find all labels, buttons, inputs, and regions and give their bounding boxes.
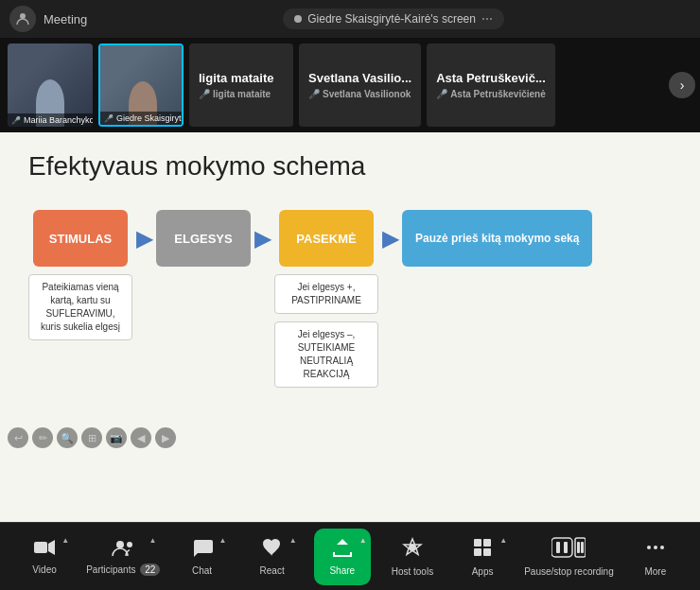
toolbar-pause-stop[interactable]: Pause/stop recording xyxy=(524,529,614,585)
svg-point-0 xyxy=(20,13,26,19)
pause-stop-label: Pause/stop recording xyxy=(524,566,614,577)
participant-mic-4: 🎤 Svetlana Vasilionok xyxy=(308,89,411,99)
apps-caret: ▲ xyxy=(499,536,507,545)
svg-point-18 xyxy=(660,546,664,549)
participant-name-5: Asta Petruškevič... xyxy=(436,71,546,85)
participants-icon xyxy=(112,539,134,561)
participants-strip: 🎤 Mariia Baranchykova 🎤 Giedre Skaisgiry… xyxy=(0,38,700,132)
toolbar-participants[interactable]: ▲ Participants 22 xyxy=(86,529,160,585)
svg-rect-10 xyxy=(551,538,572,557)
ctrl-zoom[interactable]: 🔍 xyxy=(57,427,78,448)
flow-section-elgesys: ELGESYS xyxy=(156,210,251,267)
svg-rect-12 xyxy=(564,542,568,553)
slide-title: Efektyvaus mokymo schema xyxy=(28,151,672,182)
screen-controls: ↩ ✏ 🔍 ⊞ 📷 ◀ ▶ xyxy=(8,427,176,448)
apps-label: Apps xyxy=(472,566,494,577)
meeting-icon xyxy=(9,6,36,32)
video-caret: ▲ xyxy=(61,536,69,545)
slide: Efektyvaus mokymo schema STIMULAS Pateik… xyxy=(0,132,700,522)
arrow-2: ▶ xyxy=(254,227,271,252)
share-caret: ▲ xyxy=(359,536,367,545)
options-icon[interactable]: ⋯ xyxy=(481,12,493,26)
react-icon xyxy=(262,538,283,562)
more-label: More xyxy=(644,566,666,577)
toolbar-more[interactable]: More xyxy=(627,529,684,585)
video-icon xyxy=(34,539,55,561)
flow-section-stimulas: STIMULAS Pateikiamas vieną kartą, kartu … xyxy=(28,210,132,340)
flow-box-elgesys: ELGESYS xyxy=(156,210,251,267)
participants-nav-right[interactable]: › xyxy=(669,72,695,98)
svg-rect-15 xyxy=(581,542,584,553)
ctrl-next[interactable]: ▶ xyxy=(155,427,176,448)
svg-point-17 xyxy=(654,546,657,549)
toolbar-share[interactable]: ▲ Share xyxy=(314,529,371,585)
video-label: Video xyxy=(32,564,56,575)
svg-marker-2 xyxy=(48,540,55,555)
participant-name-3: ligita mataite xyxy=(199,71,273,85)
participant-mic-5: 🎤 Asta Petruškevičienė xyxy=(436,89,546,99)
svg-point-5 xyxy=(409,544,416,551)
react-caret: ▲ xyxy=(289,536,297,545)
host-tools-label: Host tools xyxy=(392,566,433,577)
toolbar-video[interactable]: ▲ Video xyxy=(16,529,73,585)
flow-section-pauze: Pauzė prieš kitą mokymo seką xyxy=(402,210,592,267)
flow-box-stimulas: STIMULAS xyxy=(33,210,128,267)
shared-screen-content: Efektyvaus mokymo schema STIMULAS Pateik… xyxy=(0,132,700,522)
participant-mic-3: 🎤 ligita mataite xyxy=(199,89,271,99)
host-tools-icon xyxy=(402,537,423,563)
toolbar-host-tools[interactable]: Host tools xyxy=(384,529,441,585)
mic-icon-2: 🎤 xyxy=(104,114,114,123)
ctrl-edit[interactable]: ✏ xyxy=(32,427,53,448)
toolbar-chat[interactable]: ▲ Chat xyxy=(174,529,231,585)
ctrl-back[interactable]: ↩ xyxy=(8,427,28,448)
screen-share-badge: Giedre Skaisgirytė-Kairė's screen ⋯ xyxy=(283,9,504,29)
toolbar-react[interactable]: ▲ React xyxy=(244,529,301,585)
participant-card-5[interactable]: Asta Petruškevič... 🎤 Asta Petruškevičie… xyxy=(427,43,555,127)
svg-rect-1 xyxy=(34,542,47,553)
top-bar-left: Meeting xyxy=(9,6,87,32)
flow-note-pasekme-1: Jei elgesys +, PASTIPRINAME xyxy=(274,274,378,314)
svg-rect-13 xyxy=(575,538,586,557)
arrow-1: ▶ xyxy=(136,227,152,252)
chat-icon xyxy=(192,538,213,562)
svg-rect-7 xyxy=(483,539,491,547)
participant-label-2: 🎤 Giedre Skaisgirytė-Kairė xyxy=(100,112,182,125)
participant-card-3[interactable]: ligita mataite 🎤 ligita mataite xyxy=(189,43,293,127)
arrow-3: ▶ xyxy=(382,227,398,252)
flow-note-pasekme-2: Jei elgesys –, SUTEIKIAME NEUTRALIĄ REAK… xyxy=(274,321,378,388)
svg-rect-6 xyxy=(474,539,481,547)
svg-point-3 xyxy=(116,541,124,548)
participant-name-4: Svetlana Vasilio... xyxy=(308,71,411,85)
ctrl-prev[interactable]: ◀ xyxy=(131,427,151,448)
flow-section-pasekme: PASEKMĖ Jei elgesys +, PASTIPRINAME Jei … xyxy=(274,210,378,388)
svg-rect-9 xyxy=(483,548,491,556)
flow-box-pasekme: PASEKMĖ xyxy=(279,210,374,267)
bottom-toolbar: ▲ Video ▲ Participants 22 ▲ Chat ▲ React… xyxy=(0,522,700,590)
svg-rect-8 xyxy=(474,548,481,556)
share-label: Share xyxy=(329,565,355,576)
participant-thumb-1[interactable]: 🎤 Mariia Baranchykova xyxy=(8,43,93,127)
svg-rect-11 xyxy=(556,542,560,553)
toolbar-apps[interactable]: ▲ Apps xyxy=(454,529,511,585)
pause-stop-icon xyxy=(551,537,586,563)
participants-badge: 22 xyxy=(140,564,160,576)
mic-icon-3: 🎤 xyxy=(199,89,210,99)
flow-note-stimulas: Pateikiamas vieną kartą, kartu su SUFLER… xyxy=(28,274,132,340)
mic-icon-4: 🎤 xyxy=(308,89,320,99)
ctrl-camera[interactable]: 📷 xyxy=(106,427,127,448)
flow-box-pauze: Pauzė prieš kitą mokymo seką xyxy=(402,210,592,267)
top-bar: Meeting Giedre Skaisgirytė-Kairė's scree… xyxy=(0,0,700,38)
mic-icon-1: 🎤 xyxy=(11,116,21,125)
svg-point-16 xyxy=(647,546,651,549)
participants-caret: ▲ xyxy=(149,536,156,545)
chat-label: Chat xyxy=(192,565,212,576)
participant-card-4[interactable]: Svetlana Vasilio... 🎤 Svetlana Vasiliono… xyxy=(299,43,421,127)
svg-point-4 xyxy=(127,542,132,547)
chat-caret: ▲ xyxy=(219,536,227,545)
share-icon xyxy=(332,537,353,563)
apps-icon xyxy=(472,537,493,563)
screen-share-text: Giedre Skaisgirytė-Kairė's screen xyxy=(307,12,476,26)
participant-thumb-2[interactable]: 🎤 Giedre Skaisgirytė-Kairė xyxy=(98,43,184,127)
recording-dot xyxy=(294,15,302,23)
ctrl-grid[interactable]: ⊞ xyxy=(81,427,102,448)
